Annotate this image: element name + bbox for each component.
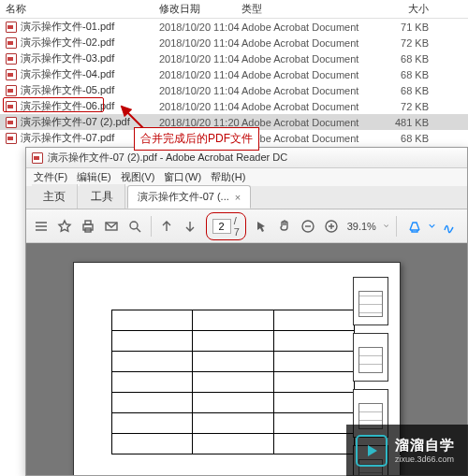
menu-file[interactable]: 文件(F): [34, 170, 67, 184]
file-row[interactable]: 演示操作文件-03.pdf2018/10/20 11:04Adobe Acrob…: [0, 50, 468, 66]
col-size[interactable]: 大小: [373, 2, 447, 16]
svg-point-4: [130, 222, 138, 229]
pdf-icon: [32, 152, 43, 164]
toolbar: / 7 39.1%: [26, 209, 467, 243]
file-size: 68 KB: [373, 69, 447, 80]
page-input[interactable]: [212, 219, 231, 234]
file-row[interactable]: 演示操作文件-04.pdf2018/10/20 11:04Adobe Acrob…: [0, 66, 468, 82]
page-total: / 7: [234, 215, 240, 238]
print-button[interactable]: [80, 216, 96, 237]
file-size: 68 KB: [373, 133, 447, 144]
file-row[interactable]: 演示操作文件-02.pdf2018/10/20 11:04Adobe Acrob…: [0, 35, 468, 50]
close-icon[interactable]: ×: [235, 192, 241, 203]
tab-tools[interactable]: 工具: [80, 184, 125, 209]
watermark-title: 溜溜自学: [395, 437, 455, 454]
col-date[interactable]: 修改日期: [159, 2, 241, 16]
file-name: 演示操作文件-01.pdf: [21, 20, 114, 34]
file-type: Adobe Acrobat Document: [241, 85, 373, 96]
mail-button[interactable]: [104, 216, 120, 237]
separator: [396, 216, 397, 237]
menu-window[interactable]: 窗口(W): [164, 170, 201, 184]
signature-button[interactable]: [439, 216, 460, 237]
file-name: 演示操作文件-06.pdf: [21, 99, 114, 113]
file-name: 演示操作文件-04.pdf: [21, 67, 114, 81]
tab-document[interactable]: 演示操作文件-07 (... ×: [127, 185, 251, 209]
file-type: Adobe Acrobat Document: [241, 37, 373, 49]
file-date: 2018/10/20 11:20: [159, 117, 241, 128]
file-date: 2018/10/20 11:04: [159, 69, 241, 80]
play-icon: [356, 435, 388, 467]
next-page-button[interactable]: [183, 216, 198, 237]
file-size: 71 KB: [373, 22, 447, 33]
col-type[interactable]: 类型: [241, 2, 373, 16]
file-type: Adobe Acrobat Document: [241, 22, 373, 33]
star-button[interactable]: [57, 216, 73, 237]
pdf-icon: [6, 85, 17, 96]
file-size: 68 KB: [373, 85, 447, 96]
file-row[interactable]: 演示操作文件-06.pdf2018/10/20 11:04Adobe Acrob…: [0, 98, 468, 114]
pdf-icon: [6, 69, 17, 80]
zoom-out-button[interactable]: [300, 216, 316, 237]
tab-home[interactable]: 主页: [32, 184, 78, 209]
col-name[interactable]: 名称: [0, 2, 159, 16]
file-size: 72 KB: [373, 37, 447, 49]
explorer-header: 名称 修改日期 类型 大小: [0, 0, 468, 19]
menu-view[interactable]: 视图(V): [121, 170, 155, 184]
pdf-icon: [6, 37, 17, 49]
thumbnail: [353, 333, 388, 382]
titlebar: 演示操作文件-07 (2).pdf - Adobe Acrobat Reader…: [26, 148, 467, 168]
file-size: 481 KB: [373, 117, 447, 128]
file-date: 2018/10/20 11:04: [159, 85, 241, 96]
prev-page-button[interactable]: [159, 216, 175, 237]
file-name: 演示操作文件-02.pdf: [21, 36, 114, 50]
file-row[interactable]: 演示操作文件-05.pdf2018/10/20 11:04Adobe Acrob…: [0, 82, 468, 98]
file-type: Adobe Acrobat Document: [241, 133, 373, 144]
file-size: 68 KB: [373, 53, 447, 65]
pdf-icon: [6, 133, 17, 144]
select-tool-button[interactable]: [254, 216, 270, 237]
file-row[interactable]: 演示操作文件-01.pdf2018/10/20 11:04Adobe Acrob…: [0, 19, 468, 35]
file-type: Adobe Acrobat Document: [241, 69, 373, 80]
file-type: Adobe Acrobat Document: [241, 101, 373, 112]
highlight-button[interactable]: [404, 216, 425, 237]
window-title: 演示操作文件-07 (2).pdf - Adobe Acrobat Reader…: [48, 151, 287, 165]
menu-edit[interactable]: 编辑(E): [77, 170, 111, 184]
file-name: 演示操作文件-05.pdf: [21, 83, 114, 97]
thumbnail: [353, 277, 388, 325]
file-date: 2018/10/20 11:04: [159, 53, 241, 65]
sidebar-toggle-button[interactable]: [34, 216, 50, 237]
file-size: 72 KB: [373, 101, 447, 112]
tab-document-label: 演示操作文件-07 (...: [138, 190, 229, 204]
file-date: 2018/10/20 11:04: [159, 22, 241, 33]
tabbar: 主页 工具 演示操作文件-07 (... ×: [26, 186, 467, 209]
file-type: Adobe Acrobat Document: [241, 53, 373, 65]
chevron-down-icon[interactable]: [429, 223, 435, 229]
pdf-icon: [6, 117, 17, 128]
watermark-url: zixue.3d66.com: [395, 454, 455, 464]
zoom-in-button[interactable]: [324, 216, 340, 237]
file-date: 2018/10/20 11:04: [159, 101, 241, 112]
file-date: 2018/10/20 11:04: [159, 37, 241, 49]
pdf-icon: [6, 53, 17, 65]
file-name: 演示操作文件-07 (2).pdf: [21, 115, 130, 129]
hand-tool-button[interactable]: [277, 216, 293, 237]
table-content: [111, 310, 355, 454]
menu-help[interactable]: 帮助(H): [211, 170, 245, 184]
separator: [151, 216, 152, 237]
svg-rect-1: [85, 221, 91, 224]
page-indicator: / 7: [206, 212, 246, 240]
zoom-level[interactable]: 39.1%: [347, 221, 376, 232]
annotation-callout: 合并完成后的PDF文件: [134, 127, 259, 151]
file-name: 演示操作文件-03.pdf: [21, 51, 114, 65]
file-type: Adobe Acrobat Document: [241, 117, 373, 128]
file-name: 演示操作文件-07.pdf: [21, 131, 114, 145]
watermark: 溜溜自学 zixue.3d66.com: [346, 425, 468, 476]
chevron-down-icon[interactable]: [384, 223, 388, 229]
pdf-icon: [6, 22, 17, 33]
search-button[interactable]: [127, 216, 143, 237]
pdf-icon: [6, 101, 17, 112]
